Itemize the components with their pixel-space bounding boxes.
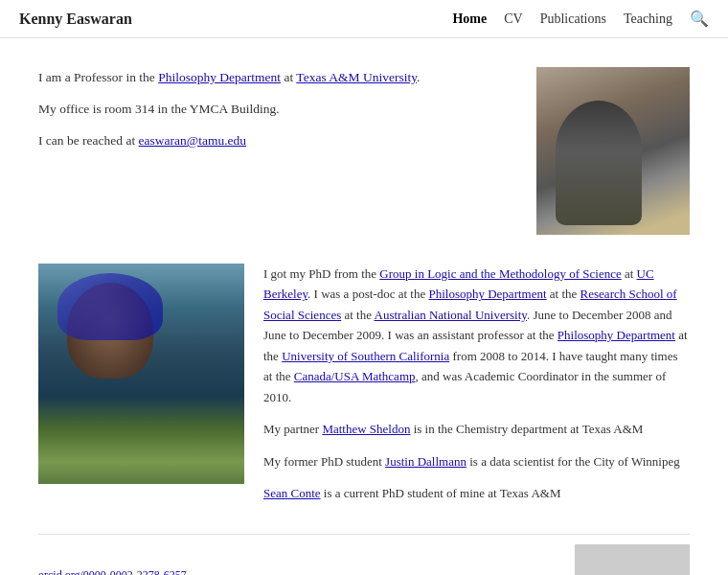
link-matthew-sheldon[interactable]: Matthew Sheldon [322,422,410,436]
nav-links: Home CV Publications Teaching 🔍 [452,10,709,28]
intro-para3: I can be reached at easwaran@tamu.edu [38,130,508,152]
intro-para1: I am a Professor in the Philosophy Depar… [38,67,508,89]
orcid-link[interactable]: orcid.org/0000-0002-2278-6257 [38,568,187,575]
navigation: Kenny Easwaran Home CV Publications Teac… [0,0,728,38]
bio-text: I got my PhD from the Group in Logic and… [263,264,690,515]
link-philosophy-dept-anu[interactable]: Philosophy Department [428,287,546,301]
link-sean-conte[interactable]: Sean Conte [263,486,321,500]
link-philosophy-dept-usc[interactable]: Philosophy Department [557,328,675,342]
bottom-section: I got my PhD from the Group in Logic and… [38,264,690,515]
profile-photo-bottom [38,264,244,484]
link-tamu[interactable]: Texas A&M University [296,70,417,84]
bio-para1: I got my PhD from the Group in Logic and… [263,264,690,407]
profile-photo-top-inner [536,67,690,235]
top-section: I am a Professor in the Philosophy Depar… [38,67,690,235]
footer-section: orcid.org/0000-0002-2278-6257 [38,534,690,575]
link-justin-dallmann[interactable]: Justin Dallmann [385,454,466,469]
link-anu[interactable]: Australian National University [375,308,527,322]
site-brand: Kenny Easwaran [19,11,132,28]
search-icon[interactable]: 🔍 [690,10,709,28]
profile-photo-bottom-inner [38,264,244,484]
link-group-logic[interactable]: Group in Logic and the Methodology of Sc… [379,266,621,281]
nav-home[interactable]: Home [452,12,487,27]
intro-para2: My office is room 314 in the YMCA Buildi… [38,99,508,121]
nav-publications[interactable]: Publications [540,12,606,27]
link-mathcamp[interactable]: Canada/USA Mathcamp [294,369,416,383]
email-link[interactable]: easwaran@tamu.edu [139,133,247,148]
profile-photo-top [536,67,690,235]
intro-text: I am a Professor in the Philosophy Depar… [38,67,536,162]
bio-para3: My former PhD student Justin Dallmann is… [263,451,690,472]
orcid-link-container: orcid.org/0000-0002-2278-6257 [38,567,187,575]
bio-para2: My partner Matthew Sheldon is in the Che… [263,419,690,439]
nav-cv[interactable]: CV [504,12,522,27]
bio-para4: Sean Conte is a current PhD student of m… [263,483,690,503]
link-usc[interactable]: University of Southern California [282,349,449,363]
footer-image [575,544,690,575]
nav-teaching[interactable]: Teaching [624,12,672,27]
main-content: I am a Professor in the Philosophy Depar… [0,38,728,575]
link-philosophy-dept[interactable]: Philosophy Department [158,70,281,84]
